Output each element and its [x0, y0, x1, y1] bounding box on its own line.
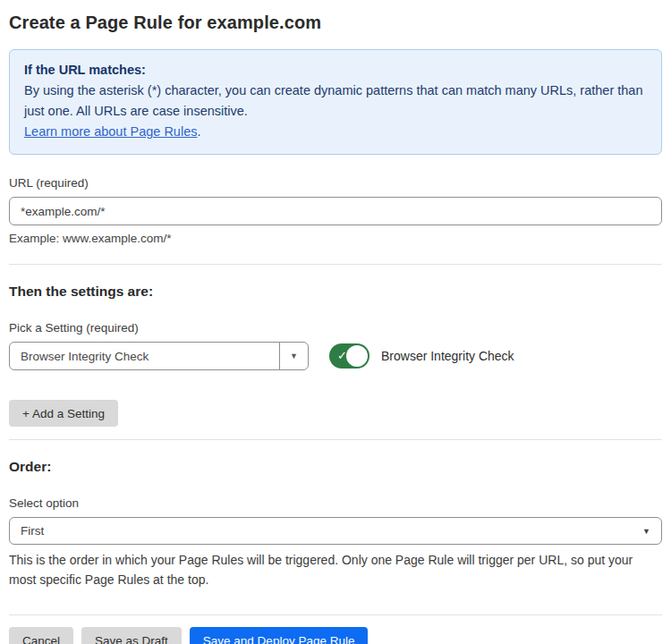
chevron-down-icon: ▼ [290, 352, 298, 360]
order-help-text: This is the order in which your Page Rul… [9, 551, 662, 589]
setting-row: Browser Integrity Check ▼ ✓ Browser Inte… [9, 342, 662, 370]
save-deploy-button[interactable]: Save and Deploy Page Rule [190, 627, 369, 644]
url-match-info-box: If the URL matches: By using the asteris… [9, 49, 662, 155]
divider [9, 439, 662, 440]
divider [9, 264, 662, 265]
url-field-hint: Example: www.example.com/* [9, 232, 662, 245]
info-box-body: By using the asterisk (*) character, you… [24, 80, 647, 122]
info-box-heading: If the URL matches: [24, 60, 647, 80]
save-draft-button[interactable]: Save as Draft [81, 627, 182, 644]
link-suffix: . [197, 124, 200, 139]
info-box-link-row: Learn more about Page Rules. [24, 122, 647, 142]
order-select[interactable]: First ▼ [9, 517, 662, 545]
order-section-heading: Order: [9, 459, 662, 475]
url-field-label: URL (required) [9, 176, 662, 190]
create-page-rule-form: Create a Page Rule for example.com If th… [0, 0, 671, 644]
setting-dropdown-button[interactable]: ▼ [279, 343, 308, 369]
settings-section-heading: Then the settings are: [9, 284, 662, 300]
order-select-value: First [21, 524, 44, 538]
toggle-knob [346, 345, 368, 367]
url-input[interactable] [9, 197, 662, 225]
footer-actions: Cancel Save as Draft Save and Deploy Pag… [9, 627, 662, 644]
setting-dropdown-value: Browser Integrity Check [10, 343, 279, 369]
learn-more-link[interactable]: Learn more about Page Rules [24, 124, 197, 139]
pick-setting-label: Pick a Setting (required) [9, 321, 662, 335]
browser-integrity-toggle[interactable]: ✓ [329, 343, 369, 369]
cancel-button[interactable]: Cancel [9, 627, 73, 644]
order-select-label: Select option [9, 496, 662, 510]
toggle-label: Browser Integrity Check [381, 349, 514, 363]
page-title: Create a Page Rule for example.com [9, 13, 662, 33]
setting-dropdown[interactable]: Browser Integrity Check ▼ [9, 342, 309, 370]
add-setting-button[interactable]: + Add a Setting [9, 400, 118, 427]
chevron-down-icon: ▼ [642, 527, 650, 536]
divider [9, 614, 662, 615]
